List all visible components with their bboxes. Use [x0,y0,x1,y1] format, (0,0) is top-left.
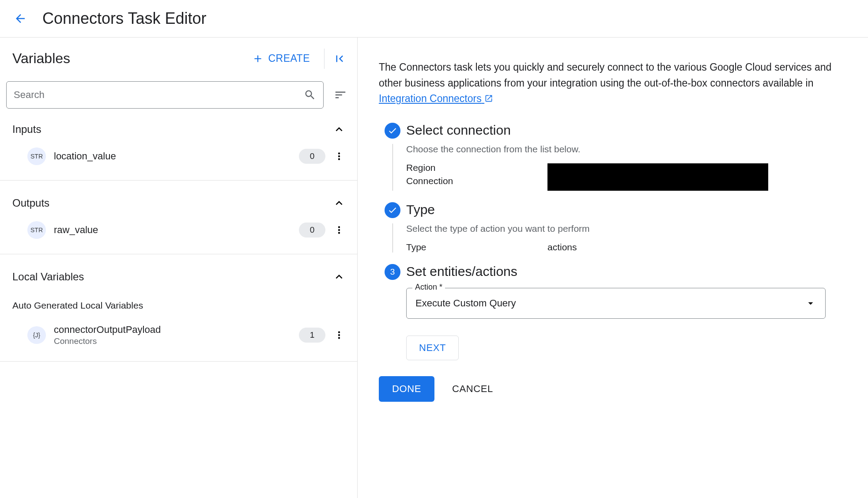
step-body: Type Select the type of action you want … [406,202,842,255]
chevron-up-icon [332,196,346,210]
check-icon [388,205,397,215]
create-label: CREATE [268,53,310,64]
search-row [0,78,357,117]
more-vert-icon [333,151,345,162]
variables-panel: Variables CREATE Inputs [0,38,358,498]
connection-label: Connection [406,176,547,191]
variable-row[interactable]: {J} connectorOutputPayload Connectors 1 [0,317,357,353]
step-indicator [379,202,406,255]
plus-icon [252,53,264,64]
more-vert-icon [333,224,345,236]
step-select-connection: Select connection Choose the connection … [379,123,842,193]
variable-name: connectorOutputPayload [54,324,299,336]
connection-row: Connection [406,176,842,191]
back-button[interactable] [11,9,30,28]
more-vert-icon [333,329,345,341]
reference-count: 0 [299,223,325,238]
variable-name: raw_value [54,224,299,236]
type-row: Type actions [406,242,842,253]
variable-more-button[interactable] [332,221,346,239]
main: Variables CREATE Inputs [0,38,868,498]
step2-title: Type [406,202,842,217]
editor-body: The Connectors task lets you quickly and… [358,38,868,498]
variable-row[interactable]: STR raw_value 0 [0,214,357,246]
next-button[interactable]: NEXT [406,336,459,360]
local-section: Local Variables Auto Generated Local Var… [0,254,357,362]
variables-title: Variables [12,50,244,67]
check-icon [388,126,397,136]
intro-text: The Connectors task lets you quickly and… [379,60,842,107]
step-type: Type Select the type of action you want … [379,202,842,255]
variable-row[interactable]: STR location_value 0 [0,140,357,172]
local-header[interactable]: Local Variables [0,254,357,288]
step-indicator [379,123,406,193]
connection-value [547,176,842,191]
action-select-label: Action * [412,283,445,292]
step-connector-line [392,144,393,191]
step-body: Select connection Choose the connection … [406,123,842,193]
arrow-left-icon [14,12,27,25]
step-body: Set entities/actions Action * Execute Cu… [406,264,842,360]
region-label: Region [406,162,547,173]
reference-count: 0 [299,149,325,164]
first-page-icon [333,52,346,65]
action-select[interactable]: Execute Custom Query [406,288,826,319]
external-link-icon [484,94,493,103]
action-select-wrap: Action * Execute Custom Query [406,288,826,319]
intro-prefix: The Connectors task lets you quickly and… [379,61,831,89]
action-select-value: Execute Custom Query [415,298,805,309]
variable-more-button[interactable] [332,147,346,165]
done-button[interactable]: DONE [379,376,434,402]
type-badge: STR [27,147,46,165]
step-complete-icon [385,123,400,139]
step3-title: Set entities/actions [406,264,842,279]
search-input[interactable] [14,89,304,101]
step1-desc: Choose the connection from the list belo… [406,144,842,155]
step2-desc: Select the type of action you want to pe… [406,223,842,234]
reference-count: 1 [299,328,325,343]
variable-subtitle: Connectors [54,336,299,346]
cancel-button[interactable]: CANCEL [452,383,493,395]
page-title: Connectors Task Editor [42,9,207,28]
outputs-header[interactable]: Outputs [0,181,357,214]
step-number: 3 [385,264,400,280]
chevron-up-icon [332,270,346,283]
outputs-title: Outputs [12,197,332,209]
variable-text: connectorOutputPayload Connectors [54,324,299,346]
create-button[interactable]: CREATE [244,48,318,69]
step-complete-icon [385,202,400,218]
inputs-section: Inputs STR location_value 0 [0,117,357,181]
step-indicator: 3 [379,264,406,360]
filter-list-icon [334,88,347,102]
type-badge: {J} [27,326,46,344]
inputs-title: Inputs [12,123,332,136]
variable-name: location_value [54,151,299,162]
type-label: Type [406,242,547,253]
filter-button[interactable] [332,86,349,104]
step-entities-actions: 3 Set entities/actions Action * Execute … [379,264,842,360]
step-connector-line [392,223,393,253]
bottom-actions: DONE CANCEL [379,376,842,402]
inputs-header[interactable]: Inputs [0,117,357,140]
search-icon [304,89,316,101]
integration-connectors-link[interactable]: Integration Connectors [379,93,493,104]
variable-more-button[interactable] [332,326,346,344]
header: Connectors Task Editor [0,0,868,38]
divider [324,49,325,69]
collapse-panel-button[interactable] [331,50,348,68]
step1-title: Select connection [406,123,842,138]
autogen-label: Auto Generated Local Variables [0,288,357,317]
type-value: actions [547,242,842,253]
outputs-section: Outputs STR raw_value 0 [0,181,357,254]
dropdown-icon [805,298,816,309]
local-title: Local Variables [12,271,332,283]
type-badge: STR [27,221,46,239]
search-box[interactable] [6,81,324,109]
variables-header: Variables CREATE [0,38,357,78]
chevron-up-icon [332,123,346,136]
redacted-block [547,163,768,191]
